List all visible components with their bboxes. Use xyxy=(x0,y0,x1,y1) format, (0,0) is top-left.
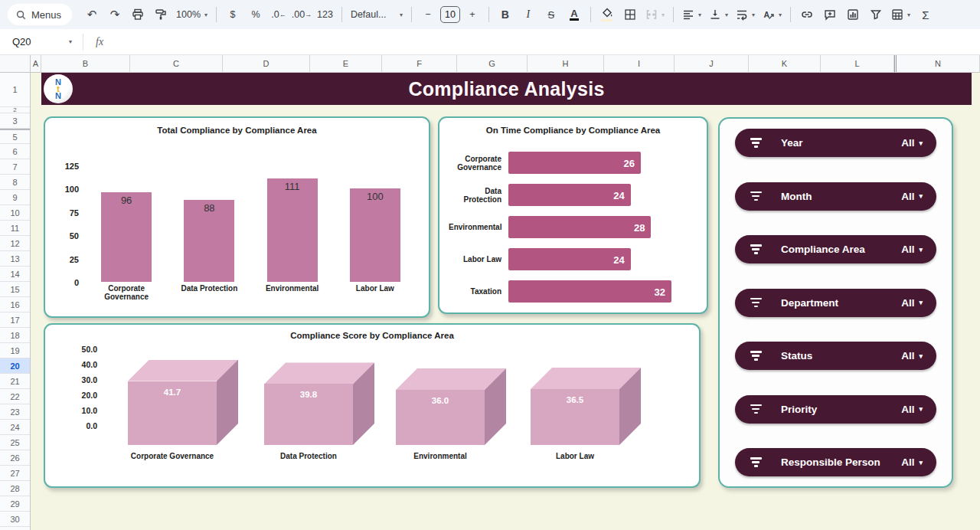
row-header-2[interactable]: 2 xyxy=(0,107,30,113)
chevron-down-icon: ▾ xyxy=(919,246,923,254)
column-header-B[interactable]: B xyxy=(41,55,130,73)
row-header-9[interactable]: 9 xyxy=(0,190,30,205)
filter-slicer-month[interactable]: MonthAll▾ xyxy=(735,182,936,211)
merge-cells-button[interactable]: ▾ xyxy=(642,5,668,25)
column-header-F[interactable]: F xyxy=(382,55,457,73)
row-header-24[interactable]: 24 xyxy=(0,420,30,435)
row-header-21[interactable]: 21 xyxy=(0,374,30,389)
row-header-27[interactable]: 27 xyxy=(0,466,30,481)
menus-button[interactable]: Menus xyxy=(8,4,72,25)
column-header-I[interactable]: I xyxy=(604,55,675,73)
filter-slicer-priority[interactable]: PriorityAll▾ xyxy=(735,395,936,424)
vertical-align-button[interactable]: ▾ xyxy=(706,5,731,25)
column-header-D[interactable]: D xyxy=(223,55,310,73)
row-header-25[interactable]: 25 xyxy=(0,435,30,450)
font-family-select[interactable]: Defaul...▾ xyxy=(348,5,406,25)
column-header-C[interactable]: C xyxy=(130,55,223,73)
row-header-14[interactable]: 14 xyxy=(0,267,30,282)
borders-button[interactable] xyxy=(619,5,641,25)
row-header-26[interactable]: 26 xyxy=(0,450,30,466)
filter-value-dropdown[interactable]: All▾ xyxy=(901,244,923,255)
column-header-J[interactable]: J xyxy=(675,55,749,73)
decrease-font-size-button[interactable]: − xyxy=(417,5,439,25)
text-rotation-button[interactable]: A ▾ xyxy=(760,5,785,25)
row-header-8[interactable]: 8 xyxy=(0,175,30,190)
increase-font-size-button[interactable]: + xyxy=(462,5,483,25)
column-header-G[interactable]: G xyxy=(457,55,528,73)
column-header-E[interactable]: E xyxy=(310,55,382,73)
print-button[interactable] xyxy=(127,5,149,25)
row-header-15[interactable]: 15 xyxy=(0,282,30,297)
filter-value-dropdown[interactable]: All▾ xyxy=(901,297,923,309)
italic-button[interactable]: I xyxy=(518,5,539,25)
filter-slicer-compliance-area[interactable]: Compliance AreaAll▾ xyxy=(735,235,936,263)
row-header-16[interactable]: 16 xyxy=(0,297,30,312)
insert-chart-button[interactable] xyxy=(842,5,864,25)
zoom-select[interactable]: 100%▾ xyxy=(173,5,211,25)
insert-comment-button[interactable] xyxy=(819,5,841,25)
row-header-6[interactable]: 6 xyxy=(0,144,30,159)
filter-value-dropdown[interactable]: All▾ xyxy=(901,404,923,415)
filter-value-dropdown[interactable]: All▾ xyxy=(901,191,923,202)
format-currency-button[interactable]: $ xyxy=(222,5,243,25)
filter-value-dropdown[interactable]: All▾ xyxy=(901,350,923,362)
number-format-button[interactable]: 123 xyxy=(314,5,336,25)
column-header-A[interactable]: A xyxy=(31,55,41,73)
bold-button[interactable]: B xyxy=(495,5,516,25)
row-header-17[interactable]: 17 xyxy=(0,312,30,328)
functions-button[interactable]: Σ xyxy=(915,5,936,25)
row-header-1[interactable]: 1 xyxy=(0,73,30,107)
row-header-22[interactable]: 22 xyxy=(0,389,30,404)
row-header-19[interactable]: 19 xyxy=(0,343,30,358)
row-header-23[interactable]: 23 xyxy=(0,404,30,420)
row-header-11[interactable]: 11 xyxy=(0,221,30,236)
row-header-18[interactable]: 18 xyxy=(0,328,30,343)
row-header-13[interactable]: 13 xyxy=(0,251,30,267)
filter-slicer-year[interactable]: YearAll▾ xyxy=(735,129,936,157)
increase-decimal-button[interactable]: .00→ xyxy=(291,5,312,25)
filter-value-dropdown[interactable]: All▾ xyxy=(901,456,923,468)
filter-slicer-responsible-person[interactable]: Responsible PersonAll▾ xyxy=(735,448,936,476)
filter-icon xyxy=(749,351,763,361)
redo-button[interactable]: ↷ xyxy=(104,5,126,25)
sheet-canvas[interactable]: N t N Compliance Analysis Total Complian… xyxy=(31,73,980,530)
undo-button[interactable]: ↶ xyxy=(81,5,103,25)
category-label: Corporate Governance xyxy=(449,155,508,172)
row-header-29[interactable]: 29 xyxy=(0,496,30,512)
bar: 26 xyxy=(508,152,641,174)
chart-total-compliance[interactable]: Total Compliance by Compliance Area 0255… xyxy=(44,116,430,318)
font-size-input[interactable]: 10 xyxy=(440,6,460,23)
create-filter-button[interactable] xyxy=(865,5,887,25)
row-header-3[interactable]: 3 xyxy=(0,113,30,129)
strikethrough-button[interactable]: S xyxy=(541,5,562,25)
filter-slicer-status[interactable]: StatusAll▾ xyxy=(735,342,936,370)
formula-input[interactable]: fx xyxy=(88,36,103,48)
horizontal-align-button[interactable]: ▾ xyxy=(679,5,704,25)
row-header-10[interactable]: 10 xyxy=(0,205,30,221)
fill-color-button[interactable] xyxy=(596,5,618,25)
row-header-28[interactable]: 28 xyxy=(0,481,30,496)
decrease-decimal-button[interactable]: .0← xyxy=(268,5,289,25)
text-color-button[interactable]: A xyxy=(564,5,585,25)
row-header-12[interactable]: 12 xyxy=(0,236,30,251)
filter-value-dropdown[interactable]: All▾ xyxy=(901,137,923,149)
format-percent-button[interactable]: % xyxy=(245,5,266,25)
row-header-20[interactable]: 20 xyxy=(0,358,30,374)
row-header-5[interactable]: 5 xyxy=(0,129,30,144)
insert-link-button[interactable] xyxy=(796,5,818,25)
chevron-down-icon: ▾ xyxy=(779,11,782,18)
column-header-N[interactable]: N xyxy=(894,55,980,73)
cell-name-box[interactable]: Q20 ▾ xyxy=(0,36,78,47)
table-chart-button[interactable]: ▾ xyxy=(888,5,913,25)
chart-compliance-score[interactable]: Compliance Score by Compliance Area 50.0… xyxy=(44,323,701,488)
select-all-corner[interactable] xyxy=(0,55,31,73)
column-header-L[interactable]: L xyxy=(821,55,894,73)
text-wrap-button[interactable]: ▾ xyxy=(733,5,758,25)
row-header-7[interactable]: 7 xyxy=(0,159,30,175)
chart-on-time-compliance[interactable]: On Time Compliance by Compliance Area Co… xyxy=(438,116,708,314)
paint-format-button[interactable] xyxy=(150,5,172,25)
column-header-K[interactable]: K xyxy=(749,55,821,73)
column-header-H[interactable]: H xyxy=(528,55,604,73)
filter-slicer-department[interactable]: DepartmentAll▾ xyxy=(735,289,936,317)
row-header-30[interactable]: 30 xyxy=(0,512,30,527)
